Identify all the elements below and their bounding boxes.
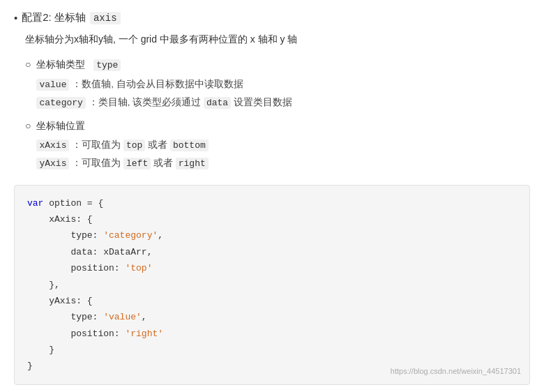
code-line-9: position: 'right'	[27, 326, 517, 342]
code-line-7: yAxis: {	[27, 293, 517, 309]
desc-yaxis-text2: 或者	[153, 158, 176, 168]
desc-value-text: ：数值轴, 自动会从目标数据中读取数据	[72, 79, 243, 89]
code-option-var: option = {	[43, 198, 103, 209]
code-yaxis-type: type:	[27, 312, 103, 322]
sub-title-position-text: 坐标轴位置	[36, 120, 85, 131]
sub-title-type: 坐标轴类型 type	[36, 56, 530, 73]
code-close-option: }	[27, 361, 33, 371]
section-title: • 配置2: 坐标轴 axis	[14, 11, 530, 24]
code-str-right: 'right'	[125, 329, 163, 339]
code-close-xaxis: },	[27, 280, 60, 290]
desc-yaxis: yAxis ：可取值为 left 或者 right	[36, 155, 530, 172]
sub-content-type: 坐标轴类型 type value ：数值轴, 自动会从目标数据中读取数据 cat…	[36, 56, 530, 113]
code-comma-2: ,	[142, 312, 147, 322]
desc-value: value ：数值轴, 自动会从目标数据中读取数据	[36, 76, 530, 93]
sub-items-list: ○ 坐标轴类型 type value ：数值轴, 自动会从目标数据中读取数据 c…	[14, 56, 530, 174]
sub-title-type-text: 坐标轴类型	[36, 59, 85, 70]
sub-title-position: 坐标轴位置	[36, 118, 530, 133]
code-left: left	[123, 158, 151, 169]
code-xaxis: xAxis	[36, 140, 69, 151]
sub-content-position: 坐标轴位置 xAxis ：可取值为 top 或者 bottom yAxis ：可…	[36, 118, 530, 173]
code-indent: xAxis: {	[27, 214, 93, 225]
code-comma-1: ,	[158, 230, 163, 241]
code-data-line: data: xDataArr,	[27, 247, 152, 257]
bullet-symbol: •	[14, 12, 17, 24]
desc-category: category ：类目轴, 该类型必须通过 data 设置类目数据	[36, 94, 530, 111]
content-area: • 配置2: 坐标轴 axis 坐标轴分为x轴和y轴, 一个 grid 中最多有…	[14, 11, 530, 385]
code-data: data	[204, 97, 231, 109]
desc-xaxis-text1: ：可取值为	[72, 140, 123, 150]
code-type-line: type:	[27, 230, 103, 241]
code-position-line: position:	[27, 263, 125, 273]
code-str-category: 'category'	[103, 230, 158, 241]
code-close-yaxis: }	[27, 345, 54, 355]
code-line-5: position: 'top'	[27, 260, 517, 276]
section-description: 坐标轴分为x轴和y轴, 一个 grid 中最多有两种位置的 x 轴和 y 轴	[25, 31, 530, 48]
code-line-6: },	[27, 277, 517, 293]
code-yaxis-open: yAxis: {	[27, 296, 93, 306]
sub-bullet-1: ○	[25, 56, 31, 72]
code-value: value	[36, 79, 69, 91]
section-title-text: 配置2: 坐标轴	[22, 11, 86, 24]
code-block: var option = { xAxis: { type: 'category'…	[14, 185, 530, 385]
code-line-3: type: 'category',	[27, 227, 517, 243]
code-bottom: bottom	[170, 140, 209, 151]
desc-category-text: ：类目轴, 该类型必须通过	[89, 97, 204, 107]
code-right: right	[176, 158, 209, 169]
desc-yaxis-text1: ：可取值为	[72, 158, 123, 168]
code-yaxis: yAxis	[36, 158, 69, 169]
sub-item-position: ○ 坐标轴位置 xAxis ：可取值为 top 或者 bottom yAxis …	[25, 118, 530, 173]
code-line-2: xAxis: {	[27, 211, 517, 227]
sub-bullet-2: ○	[25, 118, 31, 133]
code-yaxis-position: position:	[27, 329, 125, 339]
desc-xaxis-text2: 或者	[148, 140, 170, 150]
code-top: top	[123, 140, 145, 151]
desc-xaxis: xAxis ：可取值为 top 或者 bottom	[36, 137, 530, 153]
sub-title-type-code: type	[93, 59, 121, 71]
code-line-8: type: 'value',	[27, 309, 517, 325]
sub-item-type: ○ 坐标轴类型 type value ：数值轴, 自动会从目标数据中读取数据 c…	[25, 56, 530, 113]
code-str-top: 'top'	[125, 263, 152, 273]
code-line-10: }	[27, 342, 517, 358]
watermark: https://blog.csdn.net/weixin_44517301	[391, 365, 521, 379]
code-line-1: var option = {	[27, 195, 517, 211]
code-str-value: 'value'	[103, 312, 142, 322]
code-line-4: data: xDataArr,	[27, 244, 517, 260]
kw-var: var	[27, 198, 43, 209]
desc-category-text2: 设置类目数据	[234, 97, 292, 107]
code-category: category	[36, 97, 85, 109]
section-title-code: axis	[90, 12, 121, 24]
